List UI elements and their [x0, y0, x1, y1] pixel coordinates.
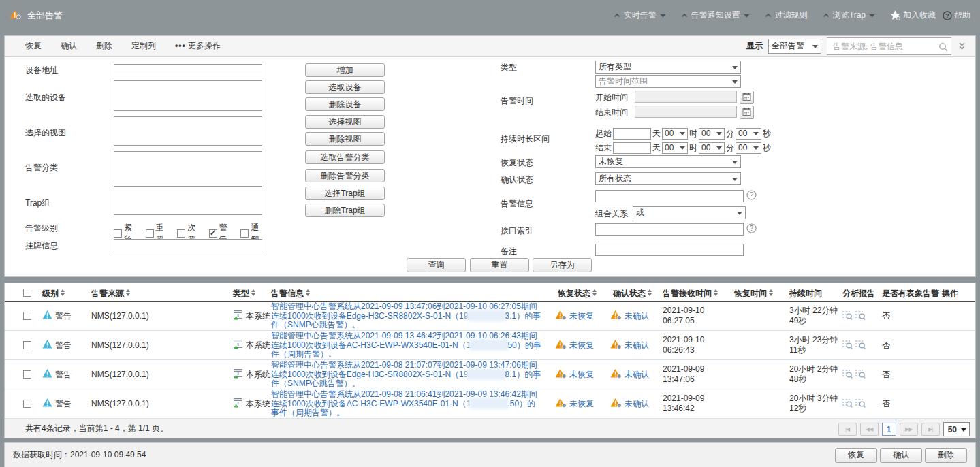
severity-checkbox-警告[interactable] — [209, 229, 217, 238]
page-size-select[interactable]: 50 — [943, 422, 970, 436]
duration-days-input[interactable] — [613, 142, 651, 154]
toolbar-action-button[interactable]: 定制列 — [131, 40, 156, 52]
duration-days-input[interactable] — [613, 128, 651, 140]
bottom-确认-button[interactable]: 确认 — [880, 448, 922, 463]
help-icon[interactable]: ? — [746, 223, 757, 236]
analysis-report-icon[interactable] — [854, 368, 866, 381]
save-as-button[interactable]: 另存为 — [533, 258, 592, 272]
remark-input[interactable] — [595, 244, 744, 256]
alarm-message-link[interactable]: 智能管理中心告警系统从2021-09-09 13:47:06到2021-09-1… — [271, 302, 541, 329]
combine-relation-select[interactable]: 或 — [633, 206, 746, 219]
duration-select[interactable]: 00 — [699, 142, 725, 154]
severity-checkbox-次要[interactable] — [177, 229, 185, 238]
time-range-select[interactable]: 告警时间范围 — [595, 75, 741, 88]
selected-views-textarea[interactable] — [114, 116, 262, 146]
trap-group-textarea[interactable] — [114, 186, 262, 215]
end-time-input[interactable] — [635, 106, 737, 118]
analysis-report-icon[interactable] — [854, 310, 866, 322]
search-input[interactable] — [827, 38, 935, 54]
form-button-选取告警分类[interactable]: 选取告警分类 — [305, 150, 385, 164]
severity-checkbox-紧急[interactable] — [114, 229, 122, 238]
form-button-增加[interactable]: 增加 — [305, 63, 385, 77]
sort-icon[interactable] — [126, 289, 130, 296]
next-page-button[interactable]: ▶▶ — [900, 423, 918, 436]
start-time-input[interactable] — [635, 91, 737, 103]
sort-icon[interactable] — [251, 289, 255, 296]
type-select[interactable]: 所有类型 — [595, 61, 741, 74]
alarm-info-input[interactable] — [595, 190, 744, 202]
interface-index-input[interactable] — [595, 223, 744, 236]
row-checkbox[interactable] — [23, 312, 31, 320]
duration-select[interactable]: 00 — [662, 128, 688, 140]
form-button-删除告警分类[interactable]: 删除告警分类 — [305, 169, 385, 182]
duration-select[interactable]: 00 — [662, 142, 688, 154]
expand-advanced-search-icon[interactable] — [957, 41, 967, 51]
top-menu-browse-trap[interactable]: 浏览Trap — [823, 10, 875, 21]
ack-status-select[interactable]: 所有状态 — [595, 172, 741, 185]
duration-select[interactable]: 00 — [736, 142, 761, 154]
analysis-report-icon[interactable] — [854, 339, 866, 351]
start-time-calendar-button[interactable] — [740, 91, 754, 104]
search-icon[interactable] — [938, 42, 948, 54]
analysis-report-icon[interactable] — [854, 398, 866, 410]
analysis-report-icon[interactable] — [841, 339, 853, 351]
display-filter-select[interactable]: 全部告警 — [768, 39, 821, 54]
last-page-button[interactable]: ▶| — [921, 423, 940, 436]
bottom-恢复-button[interactable]: 恢复 — [835, 448, 877, 463]
severity-checkbox-通知[interactable] — [240, 229, 249, 238]
form-button-删除Trap组[interactable]: 删除Trap组 — [305, 204, 385, 217]
sort-icon[interactable] — [61, 289, 65, 296]
column-header-告警来源[interactable]: 告警来源 — [91, 288, 130, 300]
top-menu-realtime-alarms[interactable]: 实时告警 — [614, 10, 666, 21]
row-checkbox[interactable] — [23, 370, 31, 379]
sort-icon[interactable] — [769, 289, 773, 296]
analysis-report-icon[interactable] — [841, 398, 853, 410]
column-header-类型[interactable]: 类型 — [233, 288, 255, 300]
current-page-button[interactable]: 1 — [882, 423, 896, 436]
toolbar-action-button[interactable]: 恢复 — [25, 40, 42, 52]
row-checkbox[interactable] — [23, 341, 31, 349]
sort-icon[interactable] — [648, 289, 652, 296]
sort-icon[interactable] — [714, 289, 718, 296]
first-page-button[interactable]: |◀ — [838, 423, 857, 436]
alarm-category-textarea[interactable] — [114, 151, 262, 180]
form-button-选取设备[interactable]: 选取设备 — [305, 80, 385, 94]
recovery-status-select[interactable]: 未恢复 — [595, 155, 741, 168]
tag-info-input[interactable] — [114, 239, 262, 251]
add-favorite-button[interactable]: 加入收藏 — [890, 10, 936, 21]
device-address-input[interactable] — [114, 64, 262, 76]
analysis-report-icon[interactable] — [841, 368, 853, 381]
top-menu-alarm-notify-settings[interactable]: 告警通知设置 — [681, 10, 750, 21]
form-button-选择Trap组[interactable]: 选择Trap组 — [305, 187, 385, 200]
help-button[interactable]: ?帮助 — [943, 10, 970, 21]
form-button-选择视图[interactable]: 选择视图 — [305, 115, 385, 129]
selected-devices-textarea[interactable] — [114, 80, 262, 111]
column-header-恢复状态[interactable]: 恢复状态 — [558, 288, 597, 300]
help-icon[interactable]: ? — [746, 190, 757, 202]
form-button-删除视图[interactable]: 删除视图 — [305, 132, 385, 146]
prev-page-button[interactable]: ◀◀ — [860, 423, 879, 436]
alarm-message-link[interactable]: 智能管理中心告警系统从2021-09-09 13:46:42到2021-09-1… — [271, 331, 541, 359]
column-header-告警接收时间[interactable]: 告警接收时间 — [663, 288, 718, 300]
sort-icon[interactable] — [592, 289, 597, 296]
sort-icon[interactable] — [306, 289, 310, 296]
severity-checkbox-重要[interactable] — [146, 229, 154, 238]
column-header-恢复时间[interactable]: 恢复时间 — [734, 288, 773, 300]
select-all-checkbox[interactable] — [23, 289, 31, 297]
toolbar-action-button[interactable]: 删除 — [96, 40, 112, 52]
row-checkbox[interactable] — [23, 400, 31, 408]
bottom-删除-button[interactable]: 删除 — [925, 448, 967, 463]
top-menu-filter-rules[interactable]: 过滤规则 — [765, 10, 808, 21]
alarm-message-link[interactable]: 智能管理中心告警系统从2021-09-08 21:07:07到2021-09-0… — [271, 360, 541, 388]
column-header-确认状态[interactable]: 确认状态 — [613, 288, 652, 300]
toolbar-action-button[interactable]: 确认 — [61, 40, 77, 52]
end-time-calendar-button[interactable] — [740, 106, 754, 119]
column-header-告警信息[interactable]: 告警信息 — [271, 288, 310, 300]
analysis-report-icon[interactable] — [841, 310, 853, 322]
column-header-级别[interactable]: 级别 — [42, 288, 65, 300]
form-button-删除设备[interactable]: 删除设备 — [305, 97, 385, 111]
duration-select[interactable]: 00 — [736, 128, 761, 140]
duration-select[interactable]: 00 — [699, 128, 725, 140]
alarm-message-link[interactable]: 智能管理中心告警系统从2021-09-08 21:06:41到2021-09-0… — [271, 389, 537, 417]
reset-button[interactable]: 重置 — [470, 258, 529, 272]
